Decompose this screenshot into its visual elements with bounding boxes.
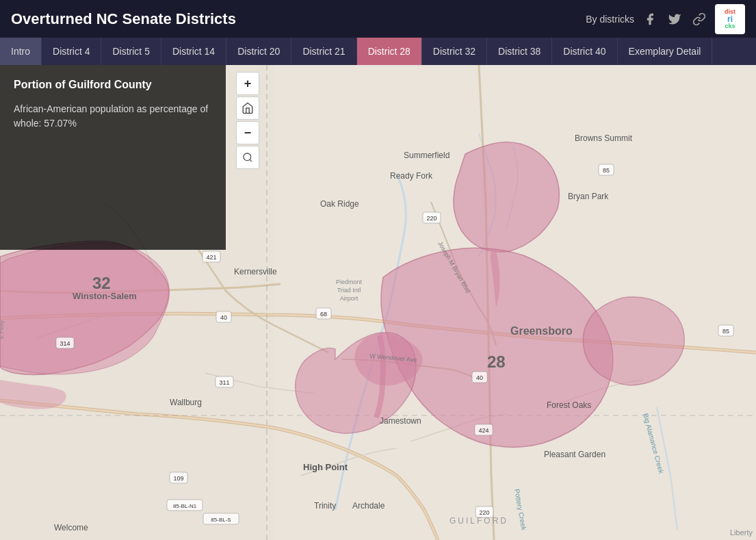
map-container[interactable]: 40 40 68 85 85 421 424 85-BL-N1 85-BL-S … — [0, 65, 756, 540]
svg-text:40: 40 — [220, 314, 227, 321]
tab-district-4[interactable]: District 4 — [42, 38, 101, 65]
tab-district-38[interactable]: District 38 — [487, 38, 552, 65]
svg-text:220: 220 — [479, 509, 489, 516]
header-right: By districks dist ri cks — [586, 4, 745, 34]
page-title: Overturned NC Senate Districts — [11, 10, 236, 28]
tab-exemplary-detail[interactable]: Exemplary Detail — [618, 38, 713, 65]
svg-text:85: 85 — [603, 167, 610, 174]
svg-text:E Pkwy: E Pkwy — [0, 320, 5, 339]
zoom-in-button[interactable]: + — [236, 72, 259, 95]
tab-intro[interactable]: Intro — [0, 38, 42, 65]
svg-text:68: 68 — [320, 311, 327, 318]
tab-district-40[interactable]: District 40 — [552, 38, 617, 65]
svg-text:421: 421 — [206, 254, 216, 261]
tab-district-32[interactable]: District 32 — [422, 38, 487, 65]
facebook-icon[interactable] — [641, 10, 659, 28]
search-map-button[interactable] — [236, 146, 259, 169]
tab-district-14[interactable]: District 14 — [161, 38, 226, 65]
svg-text:314: 314 — [60, 340, 70, 347]
svg-text:Airport: Airport — [340, 295, 359, 302]
svg-text:Piedmont: Piedmont — [336, 279, 363, 285]
svg-text:GUILFORD: GUILFORD — [449, 516, 508, 526]
tab-district-5[interactable]: District 5 — [101, 38, 161, 65]
svg-text:40: 40 — [476, 374, 483, 381]
info-panel: Portion of Guilford County African-Ameri… — [0, 65, 226, 250]
svg-text:311: 311 — [219, 379, 229, 386]
map-controls: + − — [236, 72, 259, 169]
svg-text:220: 220 — [426, 215, 436, 222]
svg-text:85-BL-N1: 85-BL-N1 — [173, 503, 197, 509]
zoom-out-button[interactable]: − — [236, 121, 259, 144]
logo[interactable]: dist ri cks — [715, 4, 745, 34]
info-panel-title: Portion of Guilford County — [14, 79, 212, 91]
svg-point-42 — [244, 153, 251, 161]
tab-district-28[interactable]: District 28 — [357, 38, 422, 65]
tab-district-20[interactable]: District 20 — [226, 38, 291, 65]
svg-text:424: 424 — [478, 427, 488, 434]
home-button[interactable] — [236, 97, 259, 120]
liberty-watermark: Liberty — [730, 528, 753, 537]
by-districks-label: By districks — [586, 14, 634, 25]
svg-text:85-BL-S: 85-BL-S — [211, 517, 231, 523]
twitter-icon[interactable] — [666, 10, 683, 28]
info-panel-description: African-American population as percentag… — [14, 102, 212, 131]
svg-text:Triad Intl: Triad Intl — [337, 287, 361, 294]
svg-text:85: 85 — [722, 328, 729, 335]
navigation: Intro District 4 District 5 District 14 … — [0, 38, 756, 65]
svg-text:109: 109 — [173, 475, 183, 482]
link-icon[interactable] — [690, 10, 708, 28]
svg-line-43 — [250, 159, 252, 162]
header: Overturned NC Senate Districts By distri… — [0, 0, 756, 38]
tab-district-21[interactable]: District 21 — [291, 38, 356, 65]
